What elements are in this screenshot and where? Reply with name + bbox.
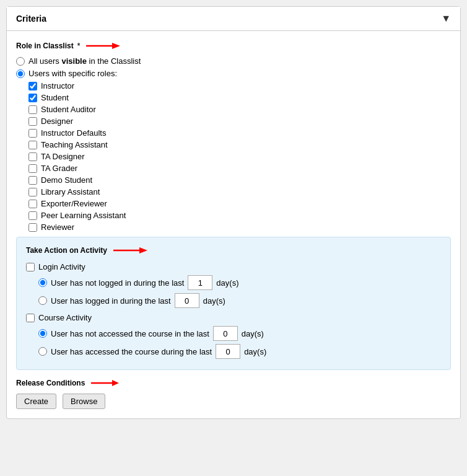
all-visible-radio[interactable]: [16, 57, 25, 66]
role-teaching-assistant-checkbox[interactable]: [28, 141, 37, 149]
svg-marker-3: [139, 247, 147, 253]
not-logged-in-input[interactable]: [188, 275, 212, 290]
visible-bold: visible: [61, 56, 86, 66]
role-label-text: Role in Classlist: [16, 42, 74, 50]
role-peer-learning-assistant-label: Peer Learning Assistant: [41, 211, 126, 220]
criteria-header: Criteria ▼: [7, 7, 460, 31]
login-activity-checkbox[interactable]: [26, 263, 35, 271]
accessed-course-radio[interactable]: [38, 347, 47, 356]
role-demo-student-label: Demo Student: [41, 175, 92, 185]
required-asterisk: *: [77, 42, 81, 50]
course-activity-label: Course Activity: [38, 313, 92, 322]
course-activity-sub: User has not accessed the course in the …: [38, 326, 441, 359]
release-conditions-label: Release Conditions: [16, 377, 451, 389]
all-visible-label: All users visible in the Classlist: [28, 56, 141, 66]
role-student-auditor-row: Student Auditor: [28, 105, 451, 114]
role-peer-learning-assistant-checkbox[interactable]: [28, 211, 37, 220]
not-accessed-course-radio[interactable]: [38, 329, 47, 338]
role-student-auditor-checkbox[interactable]: [28, 105, 37, 114]
not-accessed-course-row: User has not accessed the course in the …: [38, 326, 441, 341]
release-conditions-text: Release Conditions: [16, 379, 85, 387]
logged-in-days-label: day(s): [203, 296, 225, 306]
role-instructor-defaults-row: Instructor Defaults: [28, 128, 451, 138]
course-activity-row: Course Activity: [26, 313, 441, 322]
role-section-label: Role in Classlist*: [16, 40, 451, 51]
role-exporter-reviewer-checkbox[interactable]: [28, 200, 37, 208]
login-activity-label: Login Activity: [38, 262, 85, 271]
not-accessed-course-days-label: day(s): [242, 329, 264, 338]
accessed-course-row: User has accessed the course during the …: [38, 344, 441, 359]
role-ta-designer-row: TA Designer: [28, 152, 451, 161]
not-accessed-course-input[interactable]: [213, 326, 238, 341]
logged-in-row: User has logged in during the last day(s…: [38, 293, 441, 308]
logged-in-label: User has logged in during the last: [51, 296, 171, 306]
role-reviewer-row: Reviewer: [28, 223, 451, 232]
logged-in-radio[interactable]: [38, 296, 47, 305]
accessed-course-input[interactable]: [216, 344, 240, 359]
release-conditions-section: Release Conditions Create Browse: [16, 377, 451, 409]
login-activity-row: Login Activity: [26, 262, 441, 271]
criteria-title: Criteria: [16, 14, 46, 24]
role-demo-student-checkbox[interactable]: [28, 176, 37, 185]
role-instructor-label: Instructor: [41, 81, 74, 90]
not-logged-in-row: User has not logged in during the last d…: [38, 275, 441, 290]
not-logged-in-days-label: day(s): [216, 278, 238, 288]
svg-marker-5: [112, 380, 119, 386]
roles-checkbox-list: Instructor Student Student Auditor Desig…: [28, 81, 451, 232]
role-teaching-assistant-label: Teaching Assistant: [41, 140, 108, 149]
activity-label-text: Take Action on Activity: [26, 246, 107, 255]
logged-in-input[interactable]: [175, 293, 199, 308]
role-ta-grader-row: TA Grader: [28, 164, 451, 173]
role-designer-label: Designer: [41, 117, 73, 126]
browse-button[interactable]: Browse: [63, 394, 105, 409]
role-instructor-row: Instructor: [28, 81, 451, 90]
activity-red-arrow-icon: [113, 245, 147, 256]
role-exporter-reviewer-row: Exporter/Reviewer: [28, 199, 451, 208]
specific-roles-radio-row: Users with specific roles:: [16, 69, 451, 78]
svg-marker-1: [112, 43, 120, 49]
activity-section: Take Action on Activity Login Activity U…: [16, 237, 451, 370]
role-reviewer-checkbox[interactable]: [28, 223, 37, 232]
role-student-checkbox[interactable]: [28, 94, 37, 102]
create-button[interactable]: Create: [16, 394, 56, 409]
accessed-course-label: User has accessed the course during the …: [51, 347, 212, 356]
role-teaching-assistant-row: Teaching Assistant: [28, 140, 451, 149]
role-designer-checkbox[interactable]: [28, 117, 37, 126]
criteria-body: Role in Classlist* All users visible in …: [7, 31, 460, 418]
activity-section-label: Take Action on Activity: [26, 245, 441, 256]
release-red-arrow-icon: [91, 377, 119, 389]
role-instructor-defaults-label: Instructor Defaults: [41, 128, 107, 138]
role-instructor-checkbox[interactable]: [28, 82, 37, 90]
role-red-arrow-icon: [86, 40, 120, 51]
role-ta-grader-label: TA Grader: [41, 164, 77, 173]
release-conditions-buttons: Create Browse: [16, 394, 451, 409]
role-library-assistant-label: Library Assistant: [41, 187, 100, 196]
role-library-assistant-checkbox[interactable]: [28, 188, 37, 196]
role-demo-student-row: Demo Student: [28, 175, 451, 185]
role-student-auditor-label: Student Auditor: [41, 105, 96, 114]
criteria-panel: Criteria ▼ Role in Classlist* All users …: [6, 6, 461, 419]
role-student-label: Student: [41, 93, 69, 102]
not-logged-in-radio[interactable]: [38, 278, 47, 287]
not-accessed-course-label: User has not accessed the course in the …: [51, 329, 209, 338]
role-ta-grader-checkbox[interactable]: [28, 164, 37, 173]
specific-roles-radio[interactable]: [16, 69, 25, 78]
role-peer-learning-assistant-row: Peer Learning Assistant: [28, 211, 451, 220]
accessed-course-days-label: day(s): [244, 347, 266, 356]
role-ta-designer-checkbox[interactable]: [28, 152, 37, 161]
role-library-assistant-row: Library Assistant: [28, 187, 451, 196]
role-instructor-defaults-checkbox[interactable]: [28, 129, 37, 138]
all-visible-radio-row: All users visible in the Classlist: [16, 56, 451, 66]
chevron-down-icon[interactable]: ▼: [441, 13, 451, 24]
role-exporter-reviewer-label: Exporter/Reviewer: [41, 199, 107, 208]
role-student-row: Student: [28, 93, 451, 102]
course-activity-checkbox[interactable]: [26, 314, 35, 322]
not-logged-in-label: User has not logged in during the last: [51, 278, 184, 288]
specific-roles-label: Users with specific roles:: [28, 69, 117, 78]
role-reviewer-label: Reviewer: [41, 223, 74, 232]
role-designer-row: Designer: [28, 117, 451, 126]
login-activity-sub: User has not logged in during the last d…: [38, 275, 441, 308]
role-ta-designer-label: TA Designer: [41, 152, 85, 161]
